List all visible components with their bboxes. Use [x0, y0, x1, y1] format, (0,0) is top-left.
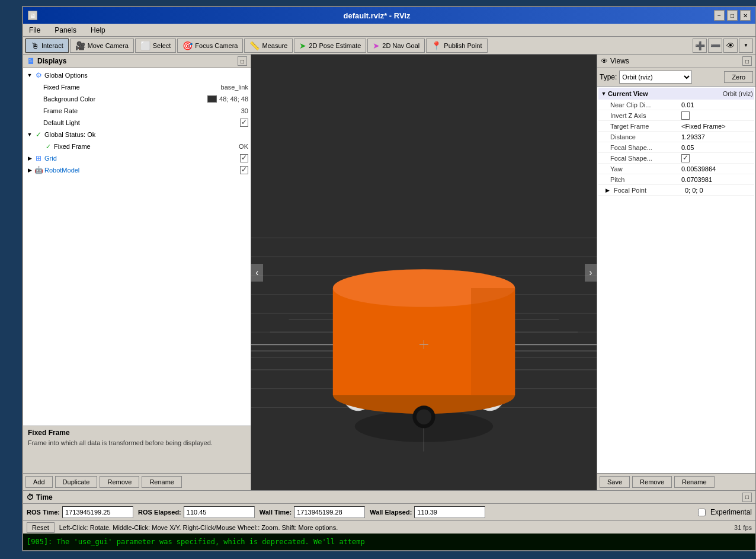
focal-point-expand[interactable]: ▶ — [603, 186, 611, 194]
frame-rate-row[interactable]: Frame Rate 30 — [24, 105, 249, 117]
add-button[interactable]: Add — [25, 476, 53, 488]
views-icon: 👁 — [601, 57, 608, 65]
global-options-expand[interactable]: ▼ — [25, 71, 34, 79]
grid-checkbox[interactable] — [240, 154, 248, 162]
viewport-3d[interactable]: ‹ › — [251, 55, 597, 490]
global-status-item[interactable]: ▼ ✓ Global Status: Ok — [24, 129, 249, 140]
views-type-select[interactable]: Orbit (rviz) FPS (rviz) TopDownOrtho (rv… — [619, 71, 692, 84]
default-light-row[interactable]: Default Light — [24, 117, 249, 129]
nav-goal-label: 2D Nav Goal — [382, 42, 419, 49]
time-panel-header: ⏱ Time □ — [23, 491, 755, 504]
grid-expand[interactable]: ▶ — [25, 154, 34, 162]
dropdown-toolbar-button[interactable]: ▼ — [739, 39, 753, 53]
wall-elapsed-input[interactable] — [414, 506, 485, 518]
viewport-left-arrow[interactable]: ‹ — [251, 264, 263, 282]
maximize-button[interactable]: □ — [727, 10, 738, 21]
invert-z-row[interactable]: Invert Z Axis — [598, 110, 754, 121]
current-view-item[interactable]: ▼ Current View Orbit (rviz) — [598, 88, 754, 100]
robot-model-item[interactable]: ▶ 🤖 RobotModel — [24, 164, 249, 176]
ros-elapsed-label: ROS Elapsed: — [138, 509, 181, 516]
target-frame-row[interactable]: Target Frame <Fixed Frame> — [598, 121, 754, 132]
views-panel-close[interactable]: □ — [742, 56, 752, 66]
publish-point-icon: 📍 — [431, 41, 441, 50]
rename-button[interactable]: Rename — [142, 476, 182, 488]
measure-icon: 📏 — [249, 41, 260, 50]
views-zero-button[interactable]: Zero — [724, 71, 753, 83]
publish-point-button[interactable]: 📍 Publish Point — [426, 39, 487, 53]
bg-color-box — [207, 95, 217, 103]
interact-button[interactable]: 🖱 Interact — [25, 39, 69, 53]
global-status-expand[interactable]: ▼ — [25, 130, 34, 139]
wall-time-input[interactable] — [294, 506, 365, 518]
views-title: Views — [610, 57, 629, 65]
robot-model-checkbox[interactable] — [240, 166, 248, 174]
ros-elapsed-input[interactable] — [184, 506, 255, 518]
current-view-type: Orbit (rviz) — [723, 90, 753, 97]
measure-button[interactable]: 📏 Measure — [244, 39, 293, 53]
current-view-expand[interactable]: ▼ — [600, 90, 608, 98]
add-toolbar-button[interactable]: ➕ — [693, 39, 707, 53]
displays-panel-header: 🖥 Displays □ — [23, 55, 251, 68]
gs-fixed-frame-row[interactable]: ✓ Fixed Frame OK — [24, 140, 249, 152]
viewport-right-arrow[interactable]: › — [585, 264, 597, 282]
close-button[interactable]: ✕ — [740, 10, 751, 21]
focal-point-row[interactable]: ▶ Focal Point 0; 0; 0 — [598, 185, 754, 196]
yaw-value: 0.00539864 — [681, 165, 752, 173]
frame-rate-label: Frame Rate — [43, 107, 241, 114]
pose-estimate-button[interactable]: ➤ 2D Pose Estimate — [294, 39, 366, 53]
fixed-frame-label: Fixed Frame — [43, 84, 221, 91]
check-icon: ✓ — [34, 130, 43, 139]
remove-toolbar-button[interactable]: ➖ — [708, 39, 722, 53]
distance-row[interactable]: Distance 1.29337 — [598, 132, 754, 142]
nav-goal-button[interactable]: ➤ 2D Nav Goal — [367, 39, 425, 53]
focal-shape1-row[interactable]: Focal Shape... 0.05 — [598, 142, 754, 153]
views-save-button[interactable]: Save — [600, 476, 630, 488]
fixed-frame-row[interactable]: Fixed Frame base_link — [24, 81, 249, 93]
grid-item[interactable]: ▶ ⊞ Grid — [24, 152, 249, 164]
reset-button[interactable]: Reset — [27, 522, 55, 533]
displays-tree: ▼ ⚙ Global Options Fixed Frame base_link… — [23, 68, 251, 426]
global-options-item[interactable]: ▼ ⚙ Global Options — [24, 69, 249, 81]
time-panel-title: ⏱ Time — [27, 493, 53, 501]
invert-z-checkbox[interactable] — [681, 111, 690, 120]
menu-panels[interactable]: Panels — [51, 25, 80, 36]
focal-shape2-checkbox[interactable] — [681, 154, 690, 162]
pitch-row[interactable]: Pitch 0.0703981 — [598, 174, 754, 185]
select-button[interactable]: ⬜ Select — [135, 39, 177, 53]
move-camera-label: Move Camera — [88, 42, 129, 49]
views-rename-button[interactable]: Rename — [674, 476, 715, 488]
clock-icon: ⏱ — [27, 493, 34, 501]
default-light-checkbox[interactable] — [240, 119, 248, 127]
near-clip-row[interactable]: Near Clip Di... 0.01 — [598, 100, 754, 110]
minimize-button[interactable]: − — [714, 10, 725, 21]
type-label: Type: — [600, 73, 617, 81]
ros-elapsed-field: ROS Elapsed: — [138, 506, 255, 518]
menu-file[interactable]: File — [25, 25, 44, 36]
grid-label: Grid — [44, 155, 240, 162]
duplicate-button[interactable]: Duplicate — [55, 476, 98, 488]
experimental-checkbox[interactable] — [698, 509, 706, 516]
default-light-label: Default Light — [43, 119, 240, 126]
robot-expand[interactable]: ▶ — [25, 166, 34, 174]
robot-icon: 🤖 — [34, 165, 43, 175]
svg-rect-25 — [471, 288, 515, 395]
displays-panel-close[interactable]: □ — [238, 56, 247, 66]
menu-help[interactable]: Help — [87, 25, 109, 36]
robot-model-label: RobotModel — [44, 167, 240, 174]
ros-time-input[interactable] — [62, 506, 133, 518]
measure-label: Measure — [262, 42, 287, 49]
focal-shape2-row[interactable]: Focal Shape... — [598, 153, 754, 164]
move-camera-button[interactable]: 🎥 Move Camera — [70, 39, 134, 53]
focus-camera-button[interactable]: 🎯 Focus Camera — [177, 39, 243, 53]
select-icon: ⬜ — [140, 41, 150, 50]
experimental-label: Experimental — [710, 508, 752, 516]
views-remove-button[interactable]: Remove — [632, 476, 672, 488]
log-text: [905]: The 'use_gui' parameter was speci… — [27, 538, 365, 546]
yaw-row[interactable]: Yaw 0.00539864 — [598, 164, 754, 174]
remove-button[interactable]: Remove — [100, 476, 139, 488]
settings-toolbar-button[interactable]: 👁 — [723, 39, 738, 53]
bg-color-row[interactable]: Background Color 48; 48; 48 — [24, 93, 249, 105]
time-panel-close[interactable]: □ — [742, 493, 752, 502]
monitor-icon: 🖥 — [27, 56, 35, 66]
bottom-area: ⏱ Time □ ROS Time: ROS Elapsed: Wall Tim… — [23, 490, 755, 550]
